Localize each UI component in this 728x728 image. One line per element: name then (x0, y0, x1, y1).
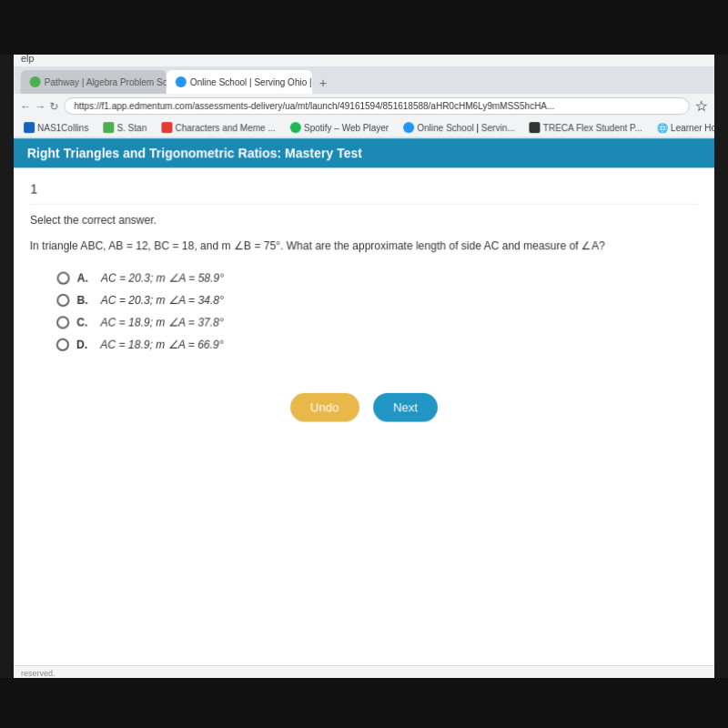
bookmark-icon-characters (161, 122, 172, 133)
tab-label-online-school: Online School | Serving Ohio | (190, 77, 312, 87)
radio-b[interactable] (56, 294, 69, 307)
bookmark-online-school[interactable]: Online School | Servin... (399, 121, 518, 134)
bookmark-treca[interactable]: TRECA Flex Student P... (526, 121, 646, 134)
undo-button[interactable]: Undo (290, 393, 359, 422)
bezel-top (0, 0, 728, 55)
answer-options: A. AC = 20.3; m ∠A = 58.9° B. AC = 20.3;… (28, 272, 699, 351)
answer-label-a: A. (77, 272, 94, 285)
page-title-bar: Right Triangles and Trigonometric Ratios… (14, 138, 714, 167)
bookmark-icon-stan (103, 122, 114, 133)
bookmark-label-characters: Characters and Meme ... (175, 123, 275, 133)
content-area: Right Triangles and Trigonometric Ratios… (14, 138, 714, 678)
address-input[interactable]: https://f1.app.edmentum.com/assessments-… (64, 97, 689, 115)
bookmark-icon-spotify (290, 122, 301, 133)
instruction-text: Select the correct answer. (30, 214, 698, 227)
radio-a[interactable] (56, 272, 69, 285)
next-button[interactable]: Next (373, 393, 439, 422)
tab-bar: Pathway | Algebra Problem So ✕ Online Sc… (14, 66, 714, 94)
tab-label-algebra: Pathway | Algebra Problem So (45, 77, 167, 87)
bookmark-label-learner-home: Learner Home (671, 123, 714, 133)
bookmark-icon-online-school2 (403, 122, 414, 133)
bookmark-label-stan: S. Stan (116, 123, 147, 133)
question-body: In triangle ABC, AB = 12, BC = 18, and m… (30, 239, 605, 252)
tab-new-button[interactable]: + (312, 72, 334, 94)
address-bar: ← → ↻ https://f1.app.edmentum.com/assess… (14, 94, 714, 118)
bookmark-nas1collins[interactable]: NAS1Collins (20, 121, 92, 134)
answer-label-c: C. (76, 316, 93, 329)
bookmark-spotify[interactable]: Spotify – Web Player (287, 121, 393, 134)
answer-label-d: D. (76, 339, 93, 351)
answer-text-b: AC = 20.3; m ∠A = 34.8° (101, 294, 224, 307)
bezel-bottom (0, 678, 728, 728)
answer-option-a[interactable]: A. AC = 20.3; m ∠A = 58.9° (56, 272, 698, 285)
page-title: Right Triangles and Trigonometric Ratios… (27, 146, 362, 160)
answer-text-a: AC = 20.3; m ∠A = 58.9° (101, 272, 224, 285)
bookmarks-bar: NAS1Collins S. Stan Characters and Meme … (14, 118, 714, 137)
bookmark-icon-treca (530, 122, 541, 133)
tab-online-school[interactable]: Online School | Serving Ohio | ✕ (167, 70, 312, 94)
quiz-container: 1 Select the correct answer. In triangle… (14, 167, 714, 450)
nav-buttons: ← → ↻ (20, 100, 58, 113)
tab-icon-algebra (30, 76, 41, 87)
answer-option-b[interactable]: B. AC = 20.3; m ∠A = 34.8° (56, 294, 699, 307)
bookmark-label-nas1collins: NAS1Collins (37, 123, 88, 133)
screen: elp Pathway | Algebra Problem So ✕ Onlin… (14, 50, 714, 682)
bookmark-stan[interactable]: S. Stan (99, 121, 150, 134)
answer-option-d[interactable]: D. AC = 18.9; m ∠A = 66.9° (56, 339, 700, 351)
bookmark-icon-nas1collins (24, 122, 35, 133)
browser-bar: elp Pathway | Algebra Problem So ✕ Onlin… (14, 50, 714, 138)
button-area: Undo Next (27, 379, 700, 436)
back-button[interactable]: ← (20, 100, 31, 113)
radio-c[interactable] (56, 316, 69, 329)
forward-button[interactable]: → (35, 100, 46, 113)
bookmark-label-spotify: Spotify – Web Player (304, 123, 389, 133)
bookmark-characters-meme[interactable]: Characters and Meme ... (157, 121, 278, 134)
radio-d[interactable] (56, 339, 69, 351)
question-number: 1 (30, 182, 698, 205)
tab-icon-online-school (176, 76, 187, 87)
star-icon[interactable]: ☆ (695, 97, 708, 115)
answer-text-c: AC = 18.9; m ∠A = 37.8° (100, 316, 223, 329)
answer-label-b: B. (76, 294, 93, 307)
globe-icon: 🌐 (657, 123, 668, 133)
bookmark-label-treca: TRECA Flex Student P... (543, 123, 642, 133)
copyright-text: reserved. (21, 669, 56, 678)
reload-button[interactable]: ↻ (49, 100, 58, 113)
tab-algebra[interactable]: Pathway | Algebra Problem So ✕ (20, 70, 166, 94)
answer-option-c[interactable]: C. AC = 18.9; m ∠A = 37.8° (56, 316, 699, 329)
question-text: In triangle ABC, AB = 12, BC = 18, and m… (30, 238, 699, 255)
bookmark-label-online-school2: Online School | Servin... (417, 123, 514, 133)
bookmark-learner-home[interactable]: 🌐 Learner Home (653, 122, 714, 134)
answer-text-d: AC = 18.9; m ∠A = 66.9° (100, 339, 223, 351)
